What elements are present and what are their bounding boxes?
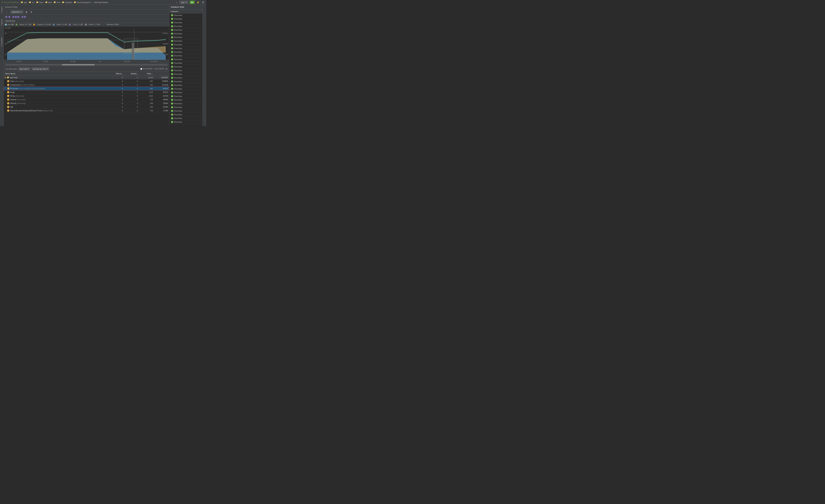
- dot-group2-2[interactable]: [24, 16, 26, 18]
- instance-item[interactable]: F FloorView: [169, 76, 203, 80]
- breadcrumb-src[interactable]: src: [32, 1, 34, 3]
- sidebar-tab-favorites[interactable]: 2: Favorites: [1, 37, 3, 48]
- table-row[interactable]: C Cleaner (sun.misc) 0 0 720 28456: [4, 98, 169, 101]
- table-row[interactable]: C Class (java.lang) 0 0 507 378855: [4, 79, 169, 83]
- th-total[interactable]: Total ...: [139, 73, 154, 75]
- stack-label: Stack: 0.1 MB: [57, 23, 67, 25]
- breadcrumb-mypager[interactable]: MyPagerAdapter: [94, 1, 108, 3]
- instance-column-label: Instance: [171, 10, 178, 12]
- dot-single[interactable]: [5, 16, 7, 18]
- back-button[interactable]: ←: [5, 10, 9, 14]
- table-row[interactable]: C LinearLayout (android.widget) 0 0 162 …: [4, 83, 169, 87]
- breadcrumb-app[interactable]: app: [24, 1, 27, 3]
- stack-color: [53, 24, 55, 25]
- breadcrumb-java[interactable]: java: [48, 1, 52, 3]
- breadcrumb-project[interactable]: RecyclerViewPool: [4, 1, 19, 3]
- dot-group1-2[interactable]: [15, 16, 17, 18]
- instance-item[interactable]: F FloorView: [169, 80, 203, 83]
- table-row[interactable]: ▶ 📁 app heap 0 0 12244 1050663: [4, 76, 169, 79]
- scrollbar-thumb[interactable]: [62, 64, 94, 66]
- row-name: NativeAllocationRegistry$CleanerThunk: [10, 110, 43, 112]
- instance-item[interactable]: F FloorView: [169, 120, 203, 124]
- table-row[interactable]: C Object[] (java.lang) 0 0 458 22860: [4, 101, 169, 105]
- back-nav-icon[interactable]: ↩: [176, 1, 178, 4]
- instance-item[interactable]: F FloorView: [169, 39, 203, 43]
- td-class-name: C String (java.lang): [4, 95, 109, 97]
- dot-group1-1[interactable]: [12, 16, 14, 18]
- class-icon: C: [7, 84, 9, 86]
- instance-icon: F: [171, 110, 173, 112]
- time-range-value: 00:01:08.857 – 00:01:08.876: [143, 68, 164, 70]
- table-row[interactable]: C NativeAllocationRegistry$CleanerThunk …: [4, 109, 169, 112]
- instance-item[interactable]: F FloorView: [169, 35, 203, 39]
- instance-icon: F: [171, 99, 173, 101]
- scrollbar-track[interactable]: [5, 64, 168, 66]
- instance-item[interactable]: F FloorView: [169, 72, 203, 76]
- td-dealloc: 0: [124, 88, 139, 90]
- java-label: Java: [7, 23, 11, 25]
- memory-button[interactable]: MEMORY ▾: [10, 10, 23, 13]
- instance-item[interactable]: F FloorView: [169, 21, 203, 24]
- instance-item[interactable]: F FloorView: [169, 28, 203, 32]
- instance-name: FloorView: [174, 62, 182, 64]
- instance-name: FloorView: [174, 88, 182, 90]
- instance-item[interactable]: F FloorView: [169, 54, 203, 58]
- instance-icon: F: [171, 51, 173, 53]
- table-row[interactable]: C int[] 0 0 305 20384: [4, 105, 169, 109]
- export-button[interactable]: ⬆: [29, 11, 33, 13]
- app-selector[interactable]: app ▾: [179, 1, 189, 4]
- instance-name: FloorView: [174, 51, 182, 53]
- instance-item[interactable]: F FloorView: [169, 83, 203, 87]
- table-row-selected[interactable]: C FloorView (com.example.recyclerviewpoo…: [4, 87, 169, 90]
- instance-icon: F: [171, 102, 173, 105]
- y-label-96: 96: [5, 32, 7, 34]
- instance-item[interactable]: F FloorView: [169, 105, 203, 109]
- instance-item[interactable]: F FloorView: [169, 94, 203, 98]
- instance-item[interactable]: F FloorView: [169, 58, 203, 61]
- instance-icon: F: [171, 25, 173, 27]
- scrollbar-area[interactable]: [4, 63, 169, 66]
- instance-item[interactable]: F FloorView: [169, 43, 203, 47]
- td-shallow: 92160: [154, 88, 169, 90]
- instance-icon: F: [171, 32, 173, 35]
- instance-item[interactable]: F FloorView: [169, 65, 203, 69]
- breadcrumb-main[interactable]: main: [39, 1, 43, 3]
- table-row[interactable]: C String (java.lang) 0 0 1023 42424: [4, 94, 169, 98]
- instance-item[interactable]: F FloorView: [169, 113, 203, 116]
- instance-item[interactable]: F FloorView: [169, 32, 203, 35]
- instance-item[interactable]: F FloorView: [169, 109, 203, 113]
- dot-group1-3[interactable]: [17, 16, 19, 18]
- dot-group2-1[interactable]: [21, 16, 23, 18]
- delete-button[interactable]: 🗑: [25, 11, 28, 13]
- instance-item[interactable]: F FloorView: [169, 13, 203, 17]
- instance-item[interactable]: F FloorView: [169, 69, 203, 72]
- lightning-button[interactable]: ⚡: [196, 1, 200, 4]
- table-row[interactable]: C long[] 0 0 1220 83224: [4, 90, 169, 94]
- profiler-header: Android Profiler: [4, 5, 169, 9]
- instance-item[interactable]: F FloorView: [169, 24, 203, 28]
- heap-select[interactable]: app heap ▾: [18, 67, 30, 70]
- instance-item[interactable]: F FloorView: [169, 116, 203, 120]
- instance-item[interactable]: F FloorView: [169, 61, 203, 65]
- th-dealloc[interactable]: Deallo...: [124, 73, 139, 75]
- breadcrumb-rvpool[interactable]: recyclerviewpool: [77, 1, 90, 3]
- row-pkg: (java.lang): [15, 80, 24, 82]
- arrange-select[interactable]: Arrange by class ▾: [31, 67, 49, 70]
- instance-item[interactable]: F FloorView: [169, 91, 203, 94]
- filter-icon[interactable]: ⊞: [166, 68, 167, 70]
- breadcrumb-example[interactable]: example: [65, 1, 72, 3]
- settings-button[interactable]: ⚙: [202, 1, 205, 4]
- sidebar-tab-captures[interactable]: Captures: [1, 18, 3, 27]
- breadcrumb-com[interactable]: com: [57, 1, 60, 3]
- instance-item[interactable]: F FloorView: [169, 50, 203, 54]
- run-button[interactable]: ▶: [190, 1, 195, 4]
- instance-item[interactable]: F FloorView: [169, 17, 203, 21]
- dot-single2[interactable]: [8, 16, 10, 18]
- instance-item[interactable]: F FloorView: [169, 98, 203, 102]
- th-alloc[interactable]: Alloca...: [109, 73, 124, 75]
- instance-item[interactable]: F FloorView: [169, 87, 203, 91]
- instance-item[interactable]: F FloorView: [169, 102, 203, 105]
- row-name: Object[]: [10, 102, 16, 104]
- instance-item[interactable]: F FloorView: [169, 47, 203, 50]
- sidebar-tab-project[interactable]: 1: Project: [1, 5, 3, 14]
